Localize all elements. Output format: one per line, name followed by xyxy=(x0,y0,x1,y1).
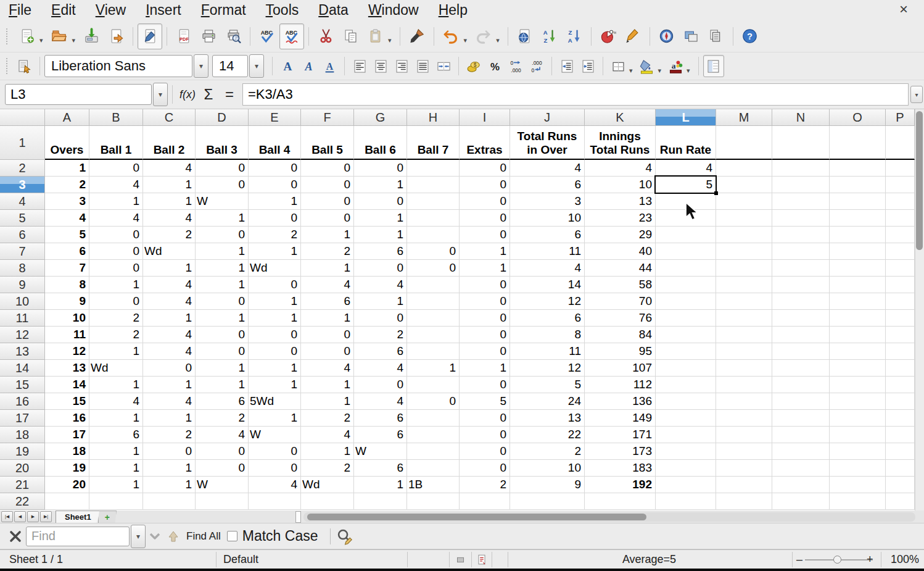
italic-icon[interactable]: A xyxy=(298,55,319,77)
cell-P13[interactable] xyxy=(886,343,915,360)
cell-N21[interactable] xyxy=(772,477,830,493)
cell-A19[interactable]: 18 xyxy=(45,443,89,460)
cell-D15[interactable]: 1 xyxy=(196,377,249,393)
cell-N22[interactable] xyxy=(772,493,830,510)
cut-icon[interactable] xyxy=(313,23,338,49)
cell-P6[interactable] xyxy=(886,227,915,243)
cell-H10[interactable] xyxy=(407,293,460,310)
cell-N3[interactable] xyxy=(772,177,830,193)
cell-B10[interactable]: 0 xyxy=(89,293,143,310)
cell-H8[interactable]: 0 xyxy=(407,260,460,277)
cell-D17[interactable]: 2 xyxy=(196,410,249,427)
cell-D22[interactable] xyxy=(196,493,249,510)
sum-icon[interactable]: Σ xyxy=(198,84,219,105)
cell-N8[interactable] xyxy=(772,260,830,277)
cell-H13[interactable] xyxy=(407,343,460,360)
last-sheet-icon[interactable]: ▶| xyxy=(40,511,52,522)
styles-and-formatting-icon[interactable] xyxy=(14,55,35,77)
cell-I17[interactable]: 0 xyxy=(460,410,510,427)
selection-mode-icon[interactable] xyxy=(454,550,468,569)
cell-D8[interactable]: 1 xyxy=(196,260,249,277)
cell-K6[interactable]: 29 xyxy=(585,227,656,243)
cell-E18[interactable]: W xyxy=(249,427,301,443)
cell-C11[interactable]: 1 xyxy=(143,310,196,327)
cell-O18[interactable] xyxy=(830,427,886,443)
cell-H18[interactable] xyxy=(407,427,460,443)
cell-C12[interactable]: 4 xyxy=(143,327,196,343)
column-header-I[interactable]: I xyxy=(460,109,510,126)
cell-K13[interactable]: 95 xyxy=(585,343,656,360)
export-pdf-icon[interactable]: PDF xyxy=(171,23,196,49)
find-next-icon[interactable] xyxy=(146,527,164,546)
cell-K14[interactable]: 107 xyxy=(585,360,656,377)
paste-icon[interactable] xyxy=(363,23,387,49)
cell-I12[interactable]: 0 xyxy=(460,327,510,343)
cell-A5[interactable]: 4 xyxy=(45,210,89,227)
font-name-dropdown[interactable]: ▾ xyxy=(194,54,208,78)
cell-F14[interactable]: 4 xyxy=(301,360,354,377)
navigator-icon[interactable] xyxy=(654,23,679,49)
cell-A10[interactable]: 9 xyxy=(45,293,89,310)
edit-file-icon[interactable] xyxy=(138,23,162,49)
cell-F15[interactable]: 1 xyxy=(301,377,354,393)
cell-G13[interactable]: 6 xyxy=(354,343,407,360)
cell-G4[interactable]: 0 xyxy=(354,193,407,210)
cell-F11[interactable]: 1 xyxy=(301,310,354,327)
cell-B7[interactable]: 0 xyxy=(89,243,143,260)
cell-J8[interactable]: 4 xyxy=(510,260,585,277)
cell-P15[interactable] xyxy=(886,377,915,393)
cell-G16[interactable]: 4 xyxy=(354,393,407,410)
column-header-E[interactable]: E xyxy=(249,109,301,126)
cell-E5[interactable]: 0 xyxy=(249,210,301,227)
cell-B2[interactable]: 0 xyxy=(89,160,143,177)
spreadsheet-grid[interactable]: ABCDEFGHIJKLMNOP1OversBall 1Ball 2Ball 3… xyxy=(0,109,915,511)
cell-L8[interactable] xyxy=(656,260,716,277)
cell-F9[interactable]: 4 xyxy=(301,277,354,293)
function-wizard-icon[interactable]: f(x) xyxy=(177,84,198,105)
cell-O16[interactable] xyxy=(830,393,886,410)
cell-A11[interactable]: 10 xyxy=(45,310,89,327)
row-header-16[interactable]: 16 xyxy=(0,393,45,410)
cell-P16[interactable] xyxy=(886,393,915,410)
tab-scrollbar-splitter[interactable] xyxy=(295,511,301,523)
cell-I20[interactable]: 0 xyxy=(460,460,510,477)
cell-H4[interactable] xyxy=(407,193,460,210)
cell-B5[interactable]: 4 xyxy=(89,210,143,227)
cell-L20[interactable] xyxy=(656,460,716,477)
cell-F4[interactable]: 0 xyxy=(301,193,354,210)
cell-L6[interactable] xyxy=(656,227,716,243)
cell-J17[interactable]: 13 xyxy=(510,410,585,427)
cell-I3[interactable]: 0 xyxy=(460,177,510,193)
cell-H7[interactable]: 0 xyxy=(407,243,460,260)
row-header-7[interactable]: 7 xyxy=(0,243,45,260)
hyperlink-icon[interactable] xyxy=(513,23,537,49)
cell-J13[interactable]: 11 xyxy=(510,343,585,360)
cell-E14[interactable]: 1 xyxy=(249,360,301,377)
cell-K18[interactable]: 171 xyxy=(585,427,656,443)
cell-A18[interactable]: 17 xyxy=(45,427,89,443)
cell-P1[interactable] xyxy=(886,126,915,160)
cell-K7[interactable]: 40 xyxy=(585,243,656,260)
cell-J6[interactable]: 6 xyxy=(510,227,585,243)
formula-icon[interactable]: = xyxy=(219,84,240,105)
cell-G22[interactable] xyxy=(354,493,407,510)
align-justify-icon[interactable] xyxy=(412,55,433,77)
cell-E17[interactable]: 1 xyxy=(249,410,301,427)
cell-B14[interactable]: Wd xyxy=(89,360,143,377)
cell-B19[interactable]: 1 xyxy=(89,443,143,460)
cell-L11[interactable] xyxy=(656,310,716,327)
cell-E21[interactable]: 4 xyxy=(249,477,301,493)
borders-dropdown[interactable]: ▾ xyxy=(629,67,633,75)
cell-M16[interactable] xyxy=(716,393,772,410)
cell-D4[interactable]: W xyxy=(196,193,249,210)
cell-I2[interactable]: 0 xyxy=(460,160,510,177)
font-size-combo[interactable]: 14 xyxy=(212,55,248,77)
cell-E19[interactable]: 0 xyxy=(249,443,301,460)
cell-P7[interactable] xyxy=(886,243,915,260)
cell-C1[interactable]: Ball 2 xyxy=(143,126,196,160)
cell-N2[interactable] xyxy=(772,160,830,177)
cell-A14[interactable]: 13 xyxy=(45,360,89,377)
cell-O19[interactable] xyxy=(830,443,886,460)
cell-F3[interactable]: 0 xyxy=(301,177,354,193)
cell-G2[interactable]: 0 xyxy=(354,160,407,177)
